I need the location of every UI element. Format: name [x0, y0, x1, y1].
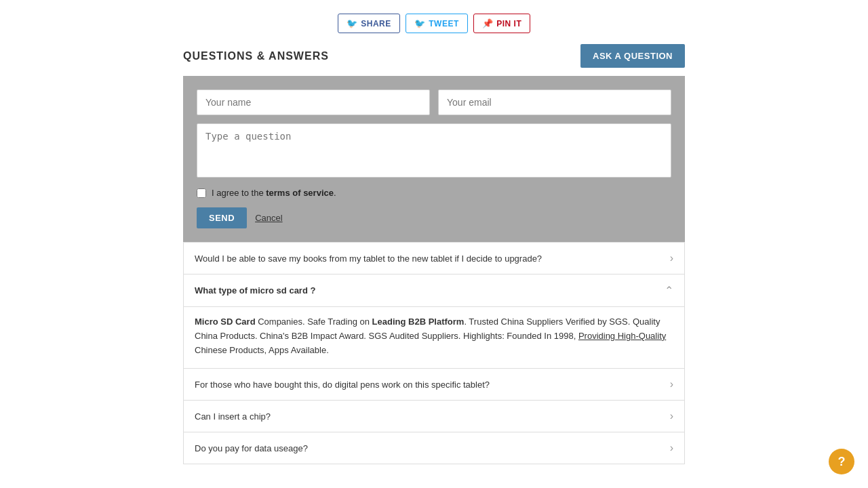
- share-bar: 🐦 SHARE 🐦 TWEET 📌 PIN IT: [0, 0, 868, 44]
- qa-answer-2: Micro SD Card Companies. Safe Trading on…: [184, 306, 684, 368]
- terms-text: I agree to the: [212, 188, 266, 198]
- help-button[interactable]: ?: [829, 449, 854, 474]
- ask-question-button[interactable]: ASK A QUESTION: [580, 44, 685, 68]
- pagination: « 1 2 »: [183, 464, 685, 488]
- facebook-share-button[interactable]: 🐦 SHARE: [338, 14, 400, 33]
- pagination-prev[interactable]: «: [406, 485, 417, 488]
- twitter-share-button[interactable]: 🐦 TWEET: [406, 14, 468, 33]
- pinterest-label: PIN IT: [496, 19, 521, 28]
- chevron-right-icon-4: ›: [670, 410, 673, 422]
- terms-period: .: [334, 188, 336, 198]
- qa-question-row-1[interactable]: Would I be able to save my books from my…: [184, 243, 684, 274]
- qa-item-2: What type of micro sd card ? ⌃ Micro SD …: [183, 274, 685, 369]
- terms-row: I agree to the terms of service.: [197, 188, 671, 198]
- chevron-up-icon-2: ⌃: [665, 284, 673, 297]
- qa-question-text-4: Can I insert a chip?: [195, 411, 663, 422]
- chevron-right-icon-5: ›: [670, 442, 673, 454]
- chevron-right-icon-3: ›: [670, 378, 673, 390]
- terms-of-service-link[interactable]: terms of service: [266, 188, 334, 198]
- qa-question-text-5: Do you pay for data useage?: [195, 443, 663, 453]
- qa-question-row-3[interactable]: For those who have bought this, do digit…: [184, 369, 684, 400]
- send-button[interactable]: SEND: [197, 207, 247, 228]
- qa-question-text-1: Would I be able to save my books from my…: [195, 253, 663, 264]
- main-content: QUESTIONS & ANSWERS ASK A QUESTION I agr…: [170, 44, 698, 488]
- qa-item-3: For those who have bought this, do digit…: [183, 369, 685, 401]
- pagination-page2[interactable]: 2: [436, 485, 447, 488]
- answer-suffix-text: Chinese Products, Apps Available.: [195, 345, 329, 355]
- cancel-button[interactable]: Cancel: [255, 213, 282, 223]
- qa-item-4: Can I insert a chip? ›: [183, 401, 685, 432]
- pinterest-share-button[interactable]: 📌 PIN IT: [473, 14, 531, 33]
- pagination-page1[interactable]: 1: [421, 485, 432, 488]
- qa-question-row-5[interactable]: Do you pay for data useage? ›: [184, 432, 684, 464]
- ask-form-area: I agree to the terms of service. SEND Ca…: [183, 76, 685, 242]
- pinterest-icon: 📌: [482, 18, 494, 28]
- qa-question-row-2[interactable]: What type of micro sd card ? ⌃: [184, 274, 684, 306]
- terms-label: I agree to the terms of service.: [212, 188, 336, 198]
- qa-question-row-4[interactable]: Can I insert a chip? ›: [184, 401, 684, 432]
- qa-title: QUESTIONS & ANSWERS: [183, 50, 329, 62]
- twitter-icon: 🐦: [414, 18, 426, 28]
- terms-checkbox[interactable]: [197, 188, 206, 198]
- email-input[interactable]: [438, 89, 671, 115]
- qa-question-text-2: What type of micro sd card ?: [195, 285, 658, 296]
- answer-main-text: Companies. Safe Trading on: [256, 317, 372, 327]
- facebook-label: SHARE: [361, 19, 391, 28]
- qa-item-1: Would I be able to save my books from my…: [183, 242, 685, 274]
- page-wrapper: 🐦 SHARE 🐦 TWEET 📌 PIN IT QUESTIONS & ANS…: [0, 0, 868, 488]
- qa-list: Would I be able to save my books from my…: [183, 242, 685, 464]
- answer-prefix-bold: Micro SD Card: [195, 317, 256, 327]
- answer-b2b-bold: Leading B2B Platform: [372, 317, 465, 327]
- form-actions: SEND Cancel: [197, 207, 671, 228]
- answer-link[interactable]: Providing High-Quality: [578, 331, 666, 341]
- chevron-right-icon-1: ›: [670, 252, 673, 264]
- pagination-next[interactable]: »: [451, 485, 462, 488]
- twitter-label: TWEET: [429, 19, 459, 28]
- facebook-icon: 🐦: [347, 18, 358, 28]
- qa-header: QUESTIONS & ANSWERS ASK A QUESTION: [183, 44, 685, 68]
- form-name-email-row: [197, 89, 671, 115]
- qa-question-text-3: For those who have bought this, do digit…: [195, 380, 663, 390]
- qa-item-5: Do you pay for data useage? ›: [183, 432, 685, 464]
- question-textarea[interactable]: [197, 123, 671, 178]
- name-input[interactable]: [197, 89, 430, 115]
